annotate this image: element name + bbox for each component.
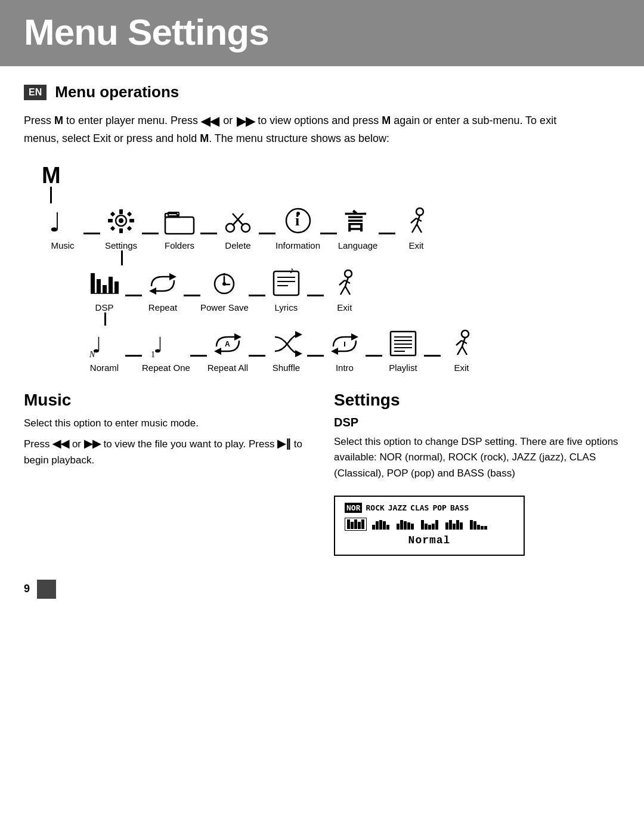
svg-point-23 — [416, 208, 423, 215]
svg-marker-56 — [214, 348, 221, 355]
exit-icon-3 — [445, 329, 478, 358]
svg-rect-31 — [103, 285, 107, 293]
dsp-display-box: NOR ROCK JAZZ CLAS POP BASS — [334, 496, 525, 556]
repeat-all-icon: A — [212, 329, 244, 358]
svg-rect-32 — [109, 277, 113, 293]
exit-icon-2 — [329, 268, 361, 298]
svg-rect-6 — [129, 219, 134, 222]
dsp-bars-row — [345, 518, 514, 531]
dsp-heading: DSP — [334, 416, 620, 429]
dsp-option-rock: ROCK — [366, 503, 384, 512]
menu-diagram: M ♩ Music — [42, 164, 620, 373]
svg-rect-40 — [274, 271, 299, 295]
svg-rect-9 — [110, 226, 115, 231]
svg-marker-36 — [149, 287, 156, 295]
svg-point-2 — [119, 218, 123, 223]
svg-line-17 — [233, 219, 238, 225]
svg-point-21 — [296, 212, 300, 215]
menu-item-settings: Settings — [100, 203, 142, 250]
svg-line-18 — [238, 219, 243, 225]
menu-item-information: i Information — [275, 203, 320, 250]
svg-marker-60 — [351, 333, 358, 341]
or-text: or — [223, 115, 233, 126]
menu-item-dsp: DSP — [83, 265, 125, 312]
svg-marker-55 — [234, 333, 242, 341]
shuffle-icon — [270, 329, 302, 358]
folders-icon — [163, 206, 196, 236]
svg-point-69 — [462, 330, 469, 338]
svg-rect-33 — [114, 281, 119, 293]
playlist-icon — [387, 329, 419, 358]
exit-icon-1 — [400, 206, 432, 236]
svg-line-25 — [412, 224, 417, 233]
menu-item-delete: Delete — [217, 203, 259, 250]
svg-marker-61 — [331, 348, 338, 355]
menu-item-repeat-all: A Repeat All — [207, 326, 249, 373]
menu-item-intro: Intro — [324, 326, 366, 373]
menu-item-power-save: Power Save — [200, 265, 249, 312]
dsp-option-bass: BASS — [450, 503, 469, 512]
svg-rect-3 — [119, 209, 123, 214]
svg-rect-7 — [110, 212, 115, 216]
menu-item-normal: ♩ N Noraml — [83, 326, 125, 373]
svg-rect-11 — [165, 217, 194, 234]
menu-item-playlist: Playlist — [382, 326, 424, 373]
svg-marker-59 — [295, 350, 302, 357]
menu-root-m: M — [42, 164, 61, 187]
normal-icon: ♩ N — [88, 329, 120, 358]
dsp-option-nor: NOR — [345, 503, 362, 513]
svg-line-72 — [462, 346, 467, 355]
dsp-icon — [88, 268, 120, 298]
svg-text:1: 1 — [151, 350, 155, 358]
information-icon: i — [282, 206, 314, 236]
svg-text:♪: ♪ — [289, 268, 294, 275]
repeat-icon — [147, 268, 179, 298]
lyrics-icon: ♪ — [270, 268, 302, 298]
menu-item-lyrics: ♪ Lyrics — [265, 265, 307, 312]
menu-row1: ♩ Music — [42, 203, 620, 250]
section-header: EN Menu operations — [24, 83, 620, 101]
settings-heading: Settings — [334, 391, 620, 410]
svg-text:N: N — [89, 350, 95, 358]
menu-item-repeat-one: ♩ 1 Repeat One — [142, 326, 190, 373]
page-footer: 9 — [24, 580, 620, 599]
menu-row3: ♩ N Noraml ♩ 1 Repeat One — [83, 326, 620, 373]
svg-rect-30 — [97, 279, 101, 293]
music-section: Music Select this option to enter music … — [24, 391, 310, 556]
menu-item-language: 言 Language — [337, 203, 379, 250]
intro-icon — [329, 329, 361, 358]
music-icon: ♩ — [47, 206, 79, 236]
dsp-option-jazz: JAZZ — [388, 503, 407, 512]
svg-rect-4 — [119, 228, 123, 233]
svg-rect-10 — [127, 226, 132, 231]
two-col-section: Music Select this option to enter music … — [24, 391, 620, 556]
dsp-option-clas: CLAS — [410, 503, 429, 512]
repeat-one-icon: ♩ 1 — [150, 329, 182, 358]
music-heading: Music — [24, 391, 310, 410]
svg-line-49 — [339, 280, 345, 285]
svg-text:♩: ♩ — [49, 208, 61, 236]
svg-marker-58 — [295, 331, 302, 338]
header-banner: Menu Settings — [0, 0, 644, 66]
menu-item-exit-3: Exit — [441, 326, 482, 373]
menu-item-exit-2: Exit — [324, 265, 366, 312]
svg-line-71 — [457, 346, 462, 355]
svg-line-27 — [411, 218, 416, 223]
music-text-nav: Press ◀◀ or ▶▶ to view the file you want… — [24, 436, 310, 468]
page-title: Menu Settings — [24, 11, 620, 53]
music-text1: Select this option to enter music mode. — [24, 416, 310, 431]
menu-item-folders: Folders — [159, 203, 200, 250]
language-icon: 言 — [342, 206, 374, 236]
dsp-text: Select this option to change DSP setting… — [334, 434, 620, 481]
dsp-normal-label: Normal — [345, 534, 514, 546]
svg-text:A: A — [225, 340, 230, 348]
settings-icon — [105, 206, 137, 236]
menu-item-exit-1: Exit — [395, 203, 437, 250]
power-save-icon — [208, 268, 240, 298]
menu-row2: DSP Repeat — [83, 265, 620, 312]
settings-section: Settings DSP Select this option to chang… — [334, 391, 620, 556]
intro-paragraph: Press M to enter player menu. Press ◀◀ o… — [24, 112, 561, 147]
language-badge: EN — [24, 85, 47, 100]
svg-text:言: 言 — [345, 209, 367, 234]
svg-rect-29 — [91, 273, 95, 293]
